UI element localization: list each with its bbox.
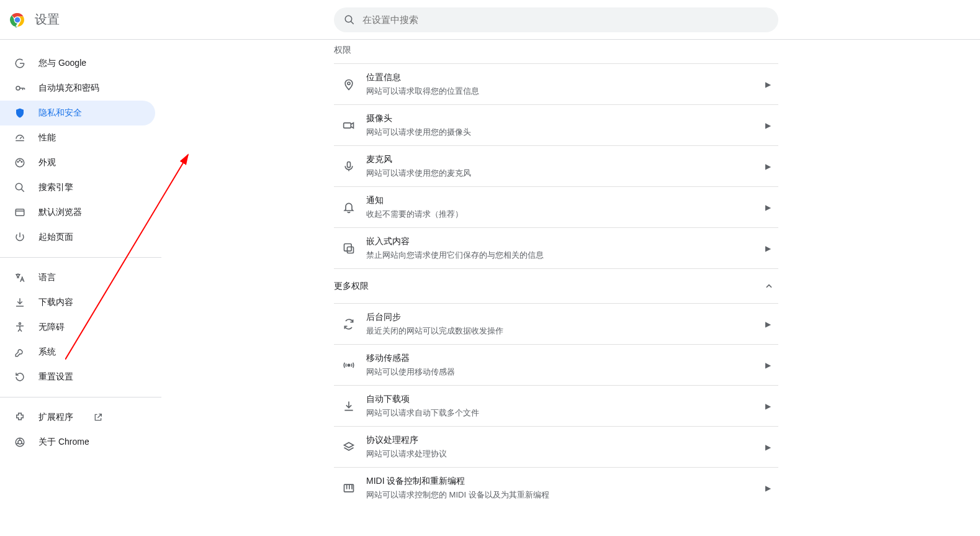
external-link-icon — [93, 412, 103, 422]
sidebar-item-extensions[interactable]: 扩展程序 — [0, 405, 155, 430]
divider — [0, 397, 161, 397]
sidebar-item-label: 无障碍 — [38, 322, 65, 333]
row-title: 位置信息 — [366, 72, 765, 83]
sidebar-item-label: 搜索引擎 — [38, 182, 73, 193]
row-protocol-handlers[interactable]: 协议处理程序网站可以请求处理协议 ▶ — [334, 426, 778, 467]
sidebar-item-label: 语言 — [38, 272, 56, 283]
svg-point-15 — [16, 183, 22, 190]
row-sub: 网站可以请求使用您的摄像头 — [366, 127, 765, 138]
row-microphone[interactable]: 麦克风网站可以请求使用您的麦克风 ▶ — [334, 145, 778, 186]
search-icon — [344, 14, 355, 25]
sidebar-item-default-browser[interactable]: 默认浏览器 — [0, 200, 155, 225]
main-content: 权限 位置信息网站可以请求取得您的位置信息 ▶ 摄像头网站可以请求使用您的摄像头… — [161, 40, 980, 508]
chevron-right-icon: ▶ — [765, 320, 776, 329]
row-title: 协议处理程序 — [366, 435, 765, 446]
sidebar-item-downloads[interactable]: 下载内容 — [0, 290, 155, 315]
divider — [0, 257, 161, 258]
sidebar: 您与 Google 自动填充和密码 隐私和安全 性能 外观 搜索引擎 默认浏览器 — [0, 40, 161, 508]
row-automatic-downloads[interactable]: 自动下载项网站可以请求自动下载多个文件 ▶ — [334, 385, 778, 426]
extension-icon — [14, 411, 26, 424]
sidebar-item-accessibility[interactable]: 无障碍 — [0, 315, 155, 340]
sidebar-item-label: 您与 Google — [38, 58, 86, 69]
sidebar-item-google[interactable]: 您与 Google — [0, 51, 155, 76]
svg-point-3 — [345, 16, 352, 22]
key-icon — [14, 82, 26, 94]
wrench-icon — [14, 346, 26, 358]
row-title: 摄像头 — [366, 113, 765, 124]
row-more-permissions[interactable]: 更多权限 — [334, 268, 778, 303]
svg-line-25 — [16, 443, 19, 445]
sidebar-item-label: 扩展程序 — [38, 412, 73, 423]
sidebar-item-label: 关于 Chrome — [38, 437, 89, 448]
sidebar-item-label: 默认浏览器 — [38, 207, 82, 218]
chevron-right-icon: ▶ — [765, 121, 776, 130]
sidebar-item-label: 自动填充和密码 — [38, 83, 99, 94]
svg-point-27 — [348, 82, 350, 84]
row-sub: 禁止网站向您请求使用它们保存的与您相关的信息 — [366, 250, 765, 261]
row-sub: 网站可以请求处理协议 — [366, 448, 765, 460]
download-icon — [336, 400, 361, 412]
sidebar-item-on-startup[interactable]: 起始页面 — [0, 225, 155, 250]
svg-point-5 — [16, 86, 20, 90]
sidebar-item-appearance[interactable]: 外观 — [0, 150, 155, 175]
chevron-right-icon: ▶ — [765, 162, 776, 171]
google-icon — [14, 57, 26, 70]
row-sub: 最近关闭的网站可以完成数据收发操作 — [366, 325, 765, 337]
chevron-right-icon: ▶ — [765, 244, 776, 253]
svg-line-9 — [20, 137, 22, 139]
sync-icon — [336, 318, 361, 330]
sidebar-item-system[interactable]: 系统 — [0, 340, 155, 365]
row-sub: 网站可以请求控制您的 MIDI 设备以及为其重新编程 — [366, 489, 765, 501]
chevron-right-icon: ▶ — [765, 361, 776, 370]
row-background-sync[interactable]: 后台同步最近关闭的网站可以完成数据收发操作 ▶ — [334, 303, 778, 344]
row-location[interactable]: 位置信息网站可以请求取得您的位置信息 ▶ — [334, 63, 778, 104]
svg-line-16 — [21, 189, 24, 192]
svg-rect-17 — [16, 209, 24, 216]
svg-point-14 — [21, 161, 22, 163]
sidebar-item-label: 重置设置 — [38, 371, 73, 383]
speedometer-icon — [14, 132, 26, 144]
download-icon — [14, 296, 26, 309]
svg-point-32 — [348, 364, 349, 366]
sidebar-item-about[interactable]: 关于 Chrome — [0, 430, 155, 455]
row-camera[interactable]: 摄像头网站可以请求使用您的摄像头 ▶ — [334, 104, 778, 145]
palette-icon — [14, 157, 26, 169]
location-icon — [336, 78, 361, 91]
svg-point-2 — [15, 17, 20, 22]
sidebar-item-label: 性能 — [38, 132, 56, 143]
sidebar-item-label: 系统 — [38, 347, 56, 358]
row-sub: 网站可以请求使用您的麦克风 — [366, 168, 765, 179]
camera-icon — [336, 119, 361, 132]
embedded-icon — [336, 242, 361, 255]
accessibility-icon — [14, 321, 26, 334]
chevron-up-icon — [765, 282, 778, 291]
row-midi-devices[interactable]: MIDI 设备控制和重新编程网站可以请求控制您的 MIDI 设备以及为其重新编程… — [334, 467, 778, 508]
svg-rect-31 — [348, 247, 354, 253]
sidebar-item-autofill[interactable]: 自动填充和密码 — [0, 76, 155, 101]
row-motion-sensors[interactable]: 移动传感器网站可以使用移动传感器 ▶ — [334, 344, 778, 385]
section-permissions-label: 权限 — [334, 45, 778, 63]
sidebar-item-performance[interactable]: 性能 — [0, 125, 155, 150]
row-notifications[interactable]: 通知收起不需要的请求（推荐） ▶ — [334, 186, 778, 227]
chrome-logo-icon — [10, 12, 25, 27]
sidebar-item-label: 隐私和安全 — [38, 107, 82, 119]
shield-icon — [14, 107, 26, 119]
search-input[interactable] — [362, 14, 768, 25]
sidebar-item-reset[interactable]: 重置设置 — [0, 365, 155, 389]
sidebar-item-privacy[interactable]: 隐私和安全 — [0, 101, 155, 125]
chrome-outline-icon — [14, 436, 26, 448]
search-box[interactable] — [334, 7, 778, 32]
row-sub: 收起不需要的请求（推荐） — [366, 209, 765, 220]
chevron-right-icon: ▶ — [765, 203, 776, 212]
sidebar-item-languages[interactable]: 语言 — [0, 265, 155, 290]
row-sub: 网站可以使用移动传感器 — [366, 366, 765, 378]
row-title: 麦克风 — [366, 154, 765, 165]
page-title: 设置 — [35, 11, 60, 28]
sidebar-item-label: 起始页面 — [38, 232, 73, 243]
sidebar-item-search-engine[interactable]: 搜索引擎 — [0, 175, 155, 200]
section-more-label: 更多权限 — [334, 281, 369, 292]
row-title: 自动下载项 — [366, 394, 765, 405]
row-embedded-content[interactable]: 嵌入式内容禁止网站向您请求使用它们保存的与您相关的信息 ▶ — [334, 227, 778, 268]
search-icon — [14, 181, 26, 194]
row-title: 移动传感器 — [366, 353, 765, 364]
